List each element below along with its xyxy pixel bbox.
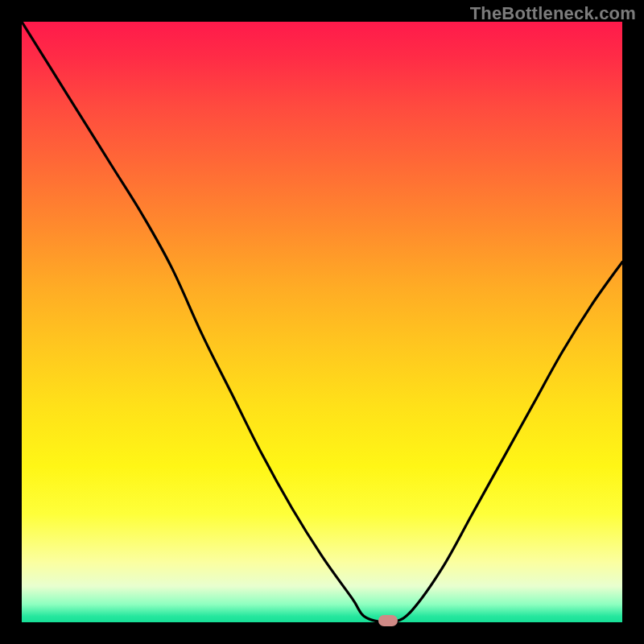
chart-frame: TheBottleneck.com (0, 0, 644, 644)
bottleneck-curve (22, 22, 622, 622)
plot-area (22, 22, 622, 622)
minimum-marker (378, 615, 398, 626)
